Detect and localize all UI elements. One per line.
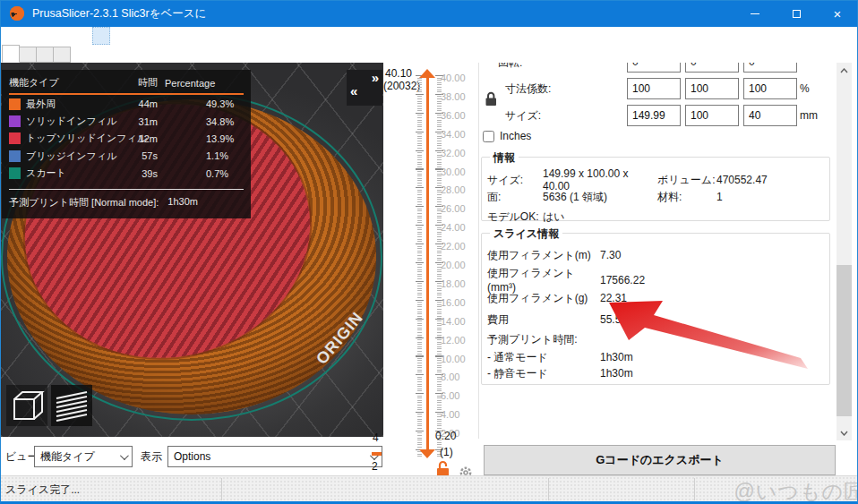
app-logo-icon	[10, 6, 24, 21]
scale-x-input[interactable]	[627, 78, 681, 99]
legend-color-swatch	[9, 132, 21, 144]
slider-top-height: 40.10	[385, 67, 412, 80]
tab[interactable]	[36, 47, 54, 63]
lock-icon[interactable]	[485, 90, 498, 109]
tab-bar	[0, 45, 858, 63]
slice-info-row: 使用フィラメント(m) 7.30	[482, 244, 829, 266]
legend-time: 39s	[131, 168, 158, 179]
legend-row: ブリッジインフィル 57s 1.1%	[9, 148, 244, 164]
rotation-y-input[interactable]	[685, 63, 739, 73]
layer-tick-label: 26.00	[441, 203, 478, 214]
slice-info-label: 費用	[487, 312, 600, 328]
slice-info-label: 使用フィラメント(g)	[487, 291, 600, 306]
legend-row: トップソリッドインフィル 12m 13.9%	[9, 131, 244, 147]
layer-slider-track[interactable]	[426, 77, 429, 455]
legend-percent: 13.9%	[206, 133, 244, 144]
slider-upper-thumb[interactable]	[419, 69, 435, 78]
tab[interactable]	[2, 45, 20, 63]
legend-color-swatch	[9, 98, 21, 110]
info-value: 5636 (1 領域)	[543, 190, 657, 205]
slice-info-row: 予測プリント時間:	[482, 330, 829, 349]
legend-color-swatch	[9, 167, 21, 179]
menu-item[interactable]	[21, 27, 39, 45]
estimate-label: 予測プリント時間 [Normal mode]:	[9, 196, 159, 209]
cube-icon	[6, 385, 47, 426]
legend-percent: 0.7%	[206, 168, 244, 179]
collapse-sidebar-button[interactable]: » «	[347, 70, 382, 106]
scroll-up-icon[interactable]	[837, 63, 852, 78]
size-x-input[interactable]	[627, 105, 681, 126]
slice-info-label: - 通常モード	[487, 350, 600, 365]
layer-tick-label: 40.00	[441, 73, 478, 83]
status-separator	[221, 478, 222, 500]
clipped-slider-mark	[372, 452, 382, 456]
close-button[interactable]: ×	[817, 0, 858, 27]
tab[interactable]	[19, 47, 37, 63]
window-title: PrusaSlicer-2.3.1 Slic3rをベースに	[32, 0, 206, 27]
slider-bottom-layer: (1)	[440, 446, 453, 458]
info-row: 面: 5636 (1 領域) 材料: 1	[482, 187, 829, 207]
menu-item[interactable]	[74, 27, 92, 45]
panel-scrollbar[interactable]	[837, 63, 852, 440]
legend-label: 最外周	[26, 98, 131, 111]
layer-tick-label: 4.00	[441, 409, 478, 420]
legend-percent: 1.1%	[206, 150, 244, 161]
legend-label: トップソリッドインフィル	[26, 132, 131, 145]
estimate-value: 1h30m	[167, 196, 198, 209]
menu-item[interactable]	[39, 27, 56, 45]
scale-y-input[interactable]	[685, 78, 739, 99]
menu-item[interactable]	[56, 27, 74, 45]
inches-checkbox[interactable]	[483, 131, 494, 142]
size-y-input[interactable]	[685, 105, 739, 126]
info-label2: ボリューム:	[657, 173, 716, 188]
rotation-z-input[interactable]	[743, 63, 797, 73]
layer-tick-label: 28.00	[441, 184, 478, 195]
rotation-x-input[interactable]	[627, 63, 681, 73]
size-unit: mm	[800, 109, 818, 122]
legend-estimate: 予測プリント時間 [Normal mode]: 1h30m	[9, 196, 244, 209]
legend-percent: 49.3%	[206, 98, 244, 109]
panel-splitter[interactable]	[478, 63, 479, 439]
scroll-down-icon[interactable]	[837, 425, 852, 440]
layer-tick-label: 14.00	[441, 316, 478, 327]
slice-info-value: 55.51	[600, 313, 824, 326]
view-mode-dropdown[interactable]: 機能タイプ	[34, 446, 133, 467]
close-icon: ×	[834, 7, 842, 21]
scale-z-input[interactable]	[743, 78, 797, 99]
maximize-button[interactable]	[776, 0, 817, 27]
scale-unit: %	[800, 82, 810, 95]
scrollbar-thumb[interactable]	[837, 265, 852, 416]
layer-tick-label: 16.00	[441, 297, 478, 308]
legend-row: 最外周 44m 49.3%	[9, 96, 244, 112]
menu-item[interactable]	[92, 27, 110, 45]
inches-label: Inches	[500, 130, 531, 142]
watermark-text: @いつもの匠	[734, 478, 858, 504]
minimize-button[interactable]	[734, 0, 776, 27]
show-options-dropdown[interactable]: Options	[167, 446, 382, 467]
layer-tick-label: 24.00	[441, 222, 478, 233]
info-group-title: 情報	[490, 150, 519, 166]
legend-row: ソリッドインフィル 31m 34.8%	[9, 113, 244, 129]
layers-icon	[51, 385, 92, 426]
legend-header-time: 時間	[131, 76, 158, 90]
object-settings-panel: 回転: 寸法係数: % サイズ: mm Inches 情報 サイズ: 149.9…	[480, 63, 837, 475]
rotation-label: 回転:	[498, 63, 522, 71]
slice-info-value: 1h30m	[600, 367, 824, 380]
layer-tick-label: 34.00	[441, 129, 478, 140]
3d-editor-view-button[interactable]	[6, 385, 47, 426]
view-controls-bar: ビュー 機能タイプ 表示 Options	[0, 437, 383, 475]
size-z-input[interactable]	[743, 105, 797, 126]
size-label: サイズ:	[505, 108, 541, 124]
menu-item[interactable]	[3, 27, 21, 45]
layer-tick-label: 38.00	[441, 91, 478, 102]
3d-viewport[interactable]: ORIGIN 機能タイプ 時間 Percentage 最外周 44m 49.3%…	[1, 63, 383, 437]
slider-lower-thumb[interactable]	[419, 449, 435, 458]
info-label: サイズ:	[487, 173, 543, 188]
export-gcode-button[interactable]: Gコードのエクスポート	[484, 445, 836, 475]
preview-view-button[interactable]	[51, 385, 92, 426]
slice-info-row: 費用 55.51	[482, 309, 829, 330]
tab[interactable]	[53, 47, 71, 63]
feature-legend: 機能タイプ 時間 Percentage 最外周 44m 49.3% ソリッドイン…	[2, 70, 251, 218]
layer-slider-panel: 40.10 (20032) 40.0038.0036.0034.0032.003…	[383, 63, 480, 475]
legend-percent: 34.8%	[206, 116, 244, 127]
